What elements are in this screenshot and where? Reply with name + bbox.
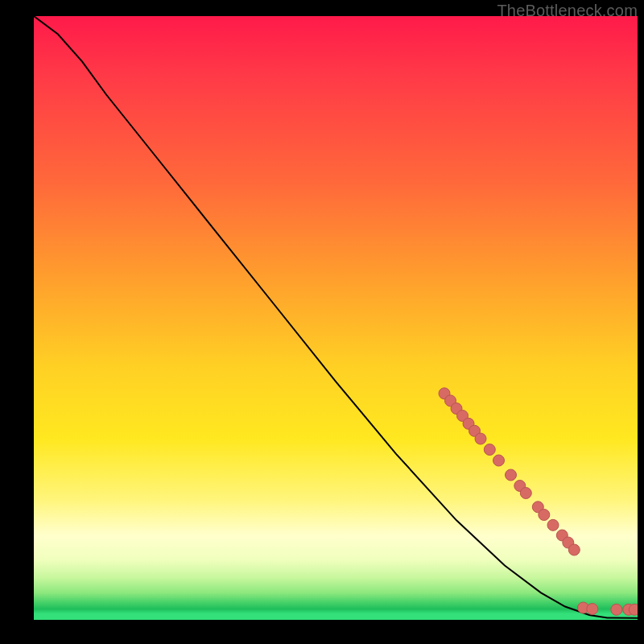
data-marker [475,433,486,444]
data-marker [506,469,517,481]
chart-wrapper: TheBottleneck.com [0,0,644,644]
data-marker [611,604,622,615]
data-marker [484,444,495,456]
data-marker [520,488,531,499]
data-marker [547,519,559,530]
data-marker [493,455,505,466]
plot-area [34,16,638,620]
chart-svg [34,16,638,620]
curve-line [34,16,638,618]
data-marker [587,604,598,615]
data-marker [629,604,638,615]
data-markers [439,388,638,616]
data-marker [539,510,550,521]
data-marker [568,544,580,555]
